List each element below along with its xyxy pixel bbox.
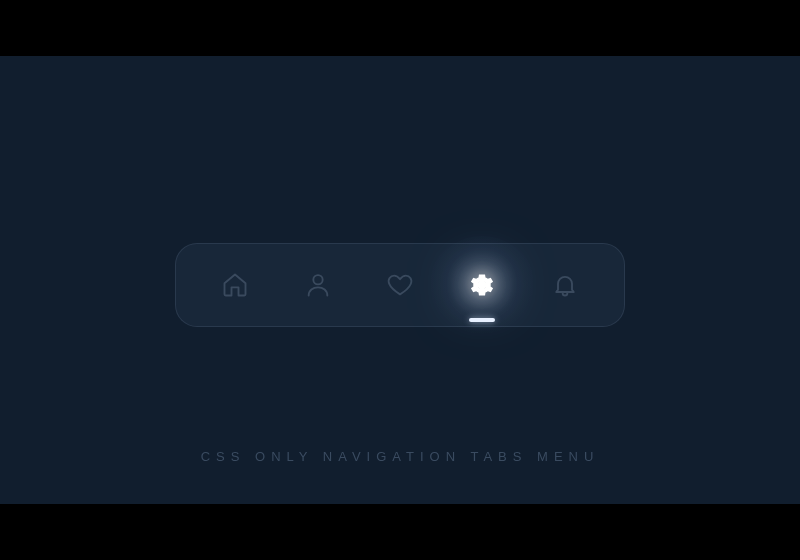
bell-icon — [551, 271, 579, 299]
home-icon — [221, 271, 249, 299]
tab-favorite[interactable] — [370, 244, 430, 326]
letterbox-top — [0, 0, 800, 56]
tab-navbar — [175, 243, 625, 327]
active-indicator — [469, 318, 495, 322]
tab-settings[interactable] — [452, 244, 512, 326]
gear-icon — [468, 271, 496, 299]
tab-home[interactable] — [205, 244, 265, 326]
user-icon — [304, 271, 332, 299]
tab-alerts[interactable] — [535, 244, 595, 326]
letterbox-bottom — [0, 504, 800, 560]
tab-profile[interactable] — [288, 244, 348, 326]
stage: CSS ONLY NAVIGATION TABS MENU — [0, 56, 800, 504]
caption-text: CSS ONLY NAVIGATION TABS MENU — [201, 449, 600, 464]
heart-icon — [386, 271, 414, 299]
svg-point-0 — [313, 275, 322, 284]
